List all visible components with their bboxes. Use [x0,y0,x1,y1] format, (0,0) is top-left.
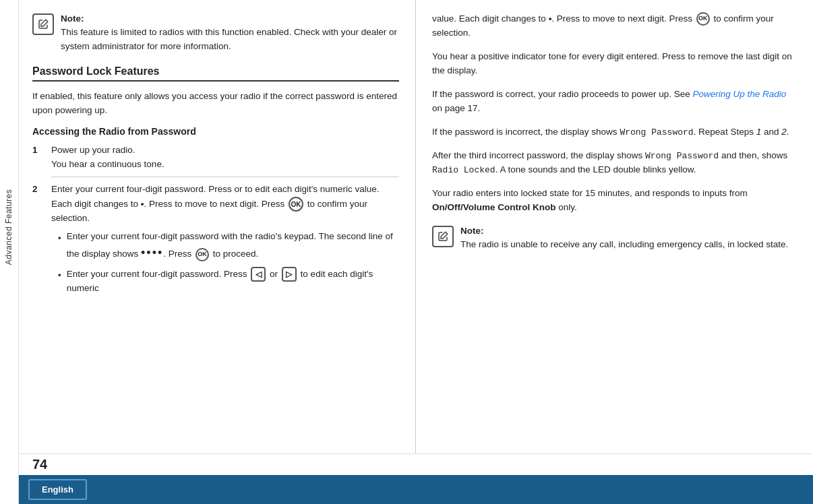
ok-button-right: OK [696,12,710,26]
right-para-1: value. Each digit changes to •. Press to… [432,12,797,40]
radio-locked-mono: Radio Locked [432,165,495,175]
right-arrow-btn: ▷ [282,267,297,282]
right-para-3-end: on page 17. [432,103,480,113]
bullet-1: • Enter your current four-digit password… [58,230,399,263]
right-para-4-start: If the password is incorrect, the displa… [432,127,789,137]
note-label-right: Note: [460,226,484,236]
left-arrow-btn: ◁ [251,267,266,282]
note-body-right: The radio is unable to receive any call,… [460,239,788,249]
bottom-area: 74 English [0,453,813,504]
powering-up-link[interactable]: Powering Up the Radio [692,89,786,99]
section-heading: Password Lock Features [32,65,399,82]
step-1-text1: Power up your radio. [51,145,136,155]
note-text-left: Note: This feature is limited to radios … [61,12,399,53]
sidebar-label: Advanced Features [5,189,14,265]
note-label-left: Note: [61,13,84,24]
language-button[interactable]: English [28,479,87,500]
ok-button-bullet1: OK [195,248,209,261]
bullet-2: • Enter your current four-digit password… [58,267,399,296]
step-2-num: 2 [32,183,44,300]
step-2-text: Enter your current four-digit password. … [51,184,380,223]
step-divider [51,177,399,177]
dots-display: •••• [141,246,163,259]
right-para-2: You hear a positive indicator tone for e… [432,50,797,78]
steps-list: 1 Power up your radio. You hear a contin… [32,144,399,300]
step-2: 2 Enter your current four-digit password… [32,183,399,300]
note-body-left: This feature is limited to radios with t… [61,27,397,51]
bottom-content: 74 English [19,453,813,504]
wrong-password-mono-2: Wrong Password [645,151,719,161]
on-off-bold: On/Off/Volume Control Knob [432,202,555,212]
right-para-3-start: If the password is correct, your radio p… [432,89,692,99]
step-1-content: Power up your radio. You hear a continuo… [51,144,399,172]
note-box-left: Note: This feature is limited to radios … [32,12,399,53]
step-1: 1 Power up your radio. You hear a contin… [32,144,399,172]
note-icon-left [32,13,54,35]
bottom-bar: English [19,475,813,504]
subheading: Accessing the Radio from Password [32,126,399,137]
ok-button-step2: OK [289,197,303,212]
right-para-3: If the password is correct, your radio p… [432,88,797,116]
bullet-list: • Enter your current four-digit password… [51,230,399,296]
right-para-5: After the third incorrect password, the … [432,149,797,177]
wrong-password-mono-1: Wrong Password [620,127,693,137]
note-box-right: Note: The radio is unable to receive any… [432,224,797,252]
main-content: Advanced Features Note: This feature is … [0,0,813,453]
step-2-content: Enter your current four-digit password. … [51,183,399,300]
bullet-1-text: Enter your current four-digit password w… [67,230,399,263]
right-column: value. Each digit changes to •. Press to… [416,0,813,453]
left-column: Note: This feature is limited to radios … [19,0,416,453]
bullet-dot-1: • [58,232,61,263]
bullet-2-text: Enter your current four-digit password. … [67,267,399,296]
page-number: 74 [19,453,813,475]
bullet-dot-2: • [58,269,61,296]
step-1-num: 1 [32,144,44,172]
right-para-4: If the password is incorrect, the displa… [432,125,797,139]
step-1-text2: You hear a continuous tone. [51,159,164,169]
intro-text: If enabled, this feature only allows you… [32,90,399,118]
content-area: Note: This feature is limited to radios … [19,0,813,453]
left-sidebar: Advanced Features [0,0,19,453]
note-text-right: Note: The radio is unable to receive any… [460,224,788,252]
bottom-sidebar-spacer [0,453,19,504]
right-para-6: Your radio enters into locked state for … [432,187,797,215]
note-icon-right [432,226,454,247]
